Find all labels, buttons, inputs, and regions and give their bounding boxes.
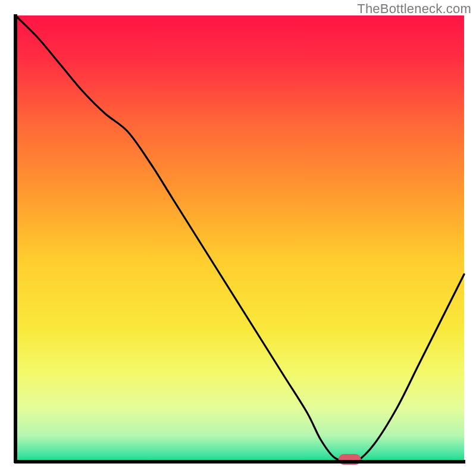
bottleneck-chart [0, 0, 476, 476]
watermark-text: TheBottleneck.com [357, 1, 471, 17]
heatmap-background [15, 15, 464, 462]
